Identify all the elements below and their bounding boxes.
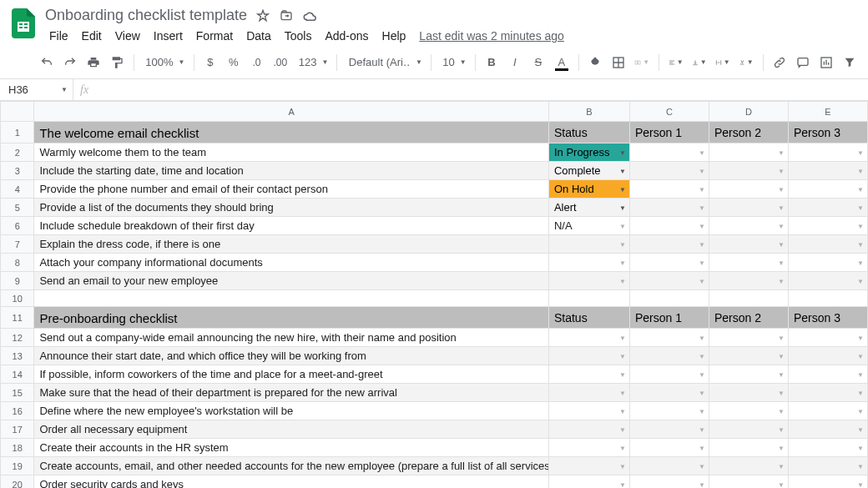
row-header[interactable]: 3	[1, 162, 34, 180]
cell[interactable]: Define where the new employee's workstat…	[34, 402, 549, 420]
col-header-B[interactable]: B	[548, 102, 629, 122]
cell[interactable]: ▼	[788, 475, 867, 489]
cell[interactable]: ▼	[629, 254, 709, 272]
cell[interactable]: ▼	[629, 439, 709, 457]
cell[interactable]	[788, 290, 867, 307]
insert-link-icon[interactable]	[770, 52, 790, 73]
cell[interactable]: ▼	[709, 143, 788, 162]
chevron-down-icon[interactable]: ▼	[619, 480, 626, 488]
chevron-down-icon[interactable]: ▼	[699, 277, 705, 284]
chevron-down-icon[interactable]: ▼	[857, 222, 864, 229]
chevron-down-icon[interactable]: ▼	[619, 185, 626, 193]
row-header[interactable]: 12	[1, 329, 34, 347]
cell[interactable]: Person 2	[709, 122, 788, 143]
cell[interactable]: ▼	[629, 365, 709, 384]
row-header[interactable]: 11	[1, 307, 34, 329]
cell[interactable]: ▼	[709, 384, 788, 402]
cell[interactable]: Send out a company-wide email announcing…	[34, 329, 549, 347]
menu-format[interactable]: Format	[190, 26, 239, 46]
chevron-down-icon[interactable]: ▼	[778, 259, 785, 266]
cell[interactable]: ▼	[709, 347, 788, 365]
chevron-down-icon[interactable]: ▼	[619, 259, 626, 266]
last-edit-link[interactable]: Last edit was 2 minutes ago	[413, 26, 570, 46]
row-header[interactable]: 18	[1, 439, 34, 457]
menu-file[interactable]: File	[43, 26, 74, 46]
doc-name[interactable]: Onboarding checklist template	[45, 7, 247, 24]
cell[interactable]: Create their accounts in the HR system	[34, 439, 549, 457]
menu-data[interactable]: Data	[240, 26, 277, 46]
chevron-down-icon[interactable]: ▼	[778, 389, 785, 396]
cell[interactable]: ▼	[788, 272, 867, 290]
cell[interactable]	[709, 290, 788, 307]
cell[interactable]: ▼	[629, 457, 709, 475]
chevron-down-icon[interactable]: ▼	[699, 222, 705, 229]
cell[interactable]: Send an email to your new employee	[34, 272, 549, 290]
cell[interactable]: Create accounts, email, and other needed…	[34, 457, 549, 475]
chevron-down-icon[interactable]: ▼	[778, 240, 785, 248]
chevron-down-icon[interactable]: ▼	[778, 352, 785, 360]
chevron-down-icon[interactable]: ▼	[619, 167, 626, 174]
cell[interactable]: ▼	[788, 365, 867, 384]
cell[interactable]	[548, 290, 629, 307]
chevron-down-icon[interactable]: ▼	[778, 370, 785, 378]
chevron-down-icon[interactable]: ▼	[699, 407, 705, 415]
chevron-down-icon[interactable]: ▼	[699, 425, 705, 433]
cell[interactable]: Person 3	[788, 307, 867, 329]
cell[interactable]: ▼	[709, 235, 788, 254]
cell[interactable]: ▼	[788, 457, 867, 475]
cell[interactable]: Attach your company informational docume…	[34, 254, 549, 272]
chevron-down-icon[interactable]: ▼	[778, 425, 785, 433]
cell[interactable]: Status	[548, 307, 629, 329]
row-header[interactable]: 19	[1, 457, 34, 475]
spreadsheet-grid[interactable]: A B C D E 1The welcome email checklistSt…	[0, 101, 868, 488]
row-header[interactable]: 7	[1, 235, 34, 254]
chevron-down-icon[interactable]: ▼	[619, 352, 626, 360]
font-select[interactable]: Default (Ari…▼	[344, 56, 424, 68]
cell[interactable]: ▼	[709, 457, 788, 475]
filter-icon[interactable]	[840, 52, 860, 73]
row-header[interactable]: 5	[1, 199, 34, 217]
chevron-down-icon[interactable]: ▼	[619, 204, 626, 211]
cell[interactable]	[34, 290, 549, 307]
chevron-down-icon[interactable]: ▼	[619, 277, 626, 284]
select-all-corner[interactable]	[1, 102, 34, 122]
cell[interactable]: Explain the dress code, if there is one	[34, 235, 549, 254]
row-header[interactable]: 17	[1, 420, 34, 439]
cell[interactable]: Person 3	[788, 122, 867, 143]
text-wrap-icon[interactable]: ▼	[713, 52, 733, 73]
cell[interactable]: ▼	[709, 402, 788, 420]
cell[interactable]: Provide the phone number and email of th…	[34, 180, 549, 199]
menu-help[interactable]: Help	[376, 26, 412, 46]
cell[interactable]: ▼	[548, 235, 629, 254]
row-header[interactable]: 8	[1, 254, 34, 272]
chevron-down-icon[interactable]: ▼	[857, 185, 864, 193]
cell[interactable]: Order all necessary equipment	[34, 420, 549, 439]
cell[interactable]: ▼	[629, 235, 709, 254]
cell[interactable]: ▼	[788, 143, 867, 162]
menu-insert[interactable]: Insert	[148, 26, 189, 46]
cell[interactable]: ▼	[709, 365, 788, 384]
cell[interactable]: ▼	[788, 329, 867, 347]
chevron-down-icon[interactable]: ▼	[619, 407, 626, 415]
chevron-down-icon[interactable]: ▼	[857, 444, 864, 451]
cell[interactable]: ▼	[709, 439, 788, 457]
chevron-down-icon[interactable]: ▼	[778, 407, 785, 415]
redo-icon[interactable]	[60, 52, 80, 73]
cell[interactable]: ▼	[788, 199, 867, 217]
menu-edit[interactable]: Edit	[76, 26, 108, 46]
row-header[interactable]: 15	[1, 384, 34, 402]
insert-chart-icon[interactable]	[816, 52, 836, 73]
chevron-down-icon[interactable]: ▼	[619, 389, 626, 396]
col-header-C[interactable]: C	[629, 102, 709, 122]
cell[interactable]: ▼	[548, 384, 629, 402]
star-icon[interactable]	[255, 8, 270, 23]
chevron-down-icon[interactable]: ▼	[699, 204, 705, 211]
cell[interactable]: ▼	[709, 254, 788, 272]
cell[interactable]: ▼	[788, 254, 867, 272]
chevron-down-icon[interactable]: ▼	[857, 370, 864, 378]
chevron-down-icon[interactable]: ▼	[857, 480, 864, 488]
chevron-down-icon[interactable]: ▼	[778, 148, 785, 156]
text-rotate-icon[interactable]: ▼	[736, 52, 756, 73]
chevron-down-icon[interactable]: ▼	[699, 370, 705, 378]
font-size-select[interactable]: 10▼	[437, 56, 467, 68]
